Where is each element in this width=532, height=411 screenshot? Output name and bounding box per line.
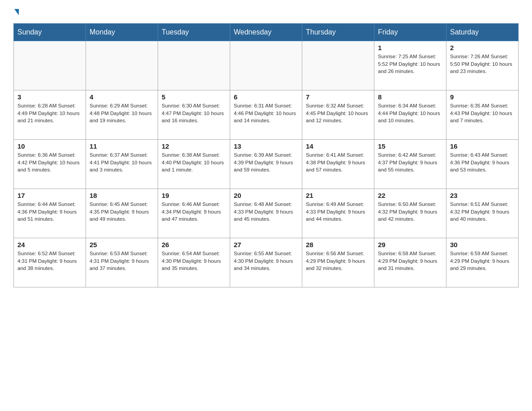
week-row-5: 24Sunrise: 6:52 AM Sunset: 4:31 PM Dayli…: [14, 238, 519, 287]
day-info: Sunrise: 6:50 AM Sunset: 4:32 PM Dayligh…: [378, 201, 442, 223]
calendar-cell: 16Sunrise: 6:43 AM Sunset: 4:36 PM Dayli…: [446, 140, 519, 189]
calendar-cell: 8Sunrise: 6:34 AM Sunset: 4:44 PM Daylig…: [374, 90, 446, 140]
calendar-cell: 5Sunrise: 6:30 AM Sunset: 4:47 PM Daylig…: [158, 90, 230, 140]
weekday-header-thursday: Thursday: [302, 24, 374, 41]
calendar-cell: [86, 41, 158, 90]
day-info: Sunrise: 6:29 AM Sunset: 4:48 PM Dayligh…: [90, 102, 154, 124]
day-number: 2: [450, 44, 515, 51]
day-number: 13: [234, 142, 298, 150]
calendar-cell: 3Sunrise: 6:28 AM Sunset: 4:49 PM Daylig…: [14, 90, 86, 140]
day-info: Sunrise: 6:35 AM Sunset: 4:43 PM Dayligh…: [450, 102, 515, 124]
day-info: Sunrise: 6:53 AM Sunset: 4:31 PM Dayligh…: [90, 250, 154, 272]
day-number: 24: [17, 241, 82, 248]
day-info: Sunrise: 6:48 AM Sunset: 4:33 PM Dayligh…: [234, 201, 298, 223]
calendar-cell: 25Sunrise: 6:53 AM Sunset: 4:31 PM Dayli…: [86, 238, 158, 287]
day-info: Sunrise: 6:38 AM Sunset: 4:40 PM Dayligh…: [162, 151, 226, 174]
calendar-cell: 2Sunrise: 7:26 AM Sunset: 5:50 PM Daylig…: [446, 41, 519, 90]
day-info: Sunrise: 6:32 AM Sunset: 4:45 PM Dayligh…: [306, 102, 370, 124]
day-info: Sunrise: 6:28 AM Sunset: 4:49 PM Dayligh…: [17, 102, 82, 124]
day-info: Sunrise: 6:43 AM Sunset: 4:36 PM Dayligh…: [450, 151, 515, 174]
day-number: 30: [450, 241, 515, 248]
day-number: 9: [450, 93, 515, 101]
day-info: Sunrise: 7:26 AM Sunset: 5:50 PM Dayligh…: [450, 53, 515, 75]
day-number: 27: [234, 241, 298, 248]
day-number: 16: [450, 142, 515, 150]
day-number: 10: [17, 142, 82, 150]
calendar-cell: 12Sunrise: 6:38 AM Sunset: 4:40 PM Dayli…: [158, 140, 230, 189]
week-row-1: 1Sunrise: 7:25 AM Sunset: 5:52 PM Daylig…: [14, 41, 519, 90]
calendar-cell: 30Sunrise: 6:59 AM Sunset: 4:29 PM Dayli…: [446, 238, 519, 287]
day-info: Sunrise: 6:39 AM Sunset: 4:39 PM Dayligh…: [234, 151, 298, 174]
calendar-cell: 19Sunrise: 6:46 AM Sunset: 4:34 PM Dayli…: [158, 189, 230, 238]
day-number: 7: [306, 93, 370, 101]
day-number: 1: [378, 44, 442, 51]
calendar-table: SundayMondayTuesdayWednesdayThursdayFrid…: [13, 23, 519, 287]
calendar-cell: 28Sunrise: 6:56 AM Sunset: 4:29 PM Dayli…: [302, 238, 374, 287]
calendar-cell: 11Sunrise: 6:37 AM Sunset: 4:41 PM Dayli…: [86, 140, 158, 189]
calendar-cell: 26Sunrise: 6:54 AM Sunset: 4:30 PM Dayli…: [158, 238, 230, 287]
calendar-cell: 1Sunrise: 7:25 AM Sunset: 5:52 PM Daylig…: [374, 41, 446, 90]
day-number: 6: [234, 93, 298, 101]
calendar-cell: 20Sunrise: 6:48 AM Sunset: 4:33 PM Dayli…: [230, 189, 302, 238]
calendar-cell: 21Sunrise: 6:49 AM Sunset: 4:33 PM Dayli…: [302, 189, 374, 238]
calendar-header: SundayMondayTuesdayWednesdayThursdayFrid…: [14, 24, 519, 41]
calendar-cell: 4Sunrise: 6:29 AM Sunset: 4:48 PM Daylig…: [86, 90, 158, 140]
day-info: Sunrise: 6:52 AM Sunset: 4:31 PM Dayligh…: [17, 250, 82, 272]
weekday-header-sunday: Sunday: [14, 24, 86, 41]
day-number: 21: [306, 192, 370, 199]
calendar-cell: 14Sunrise: 6:41 AM Sunset: 4:38 PM Dayli…: [302, 140, 374, 189]
calendar-cell: 29Sunrise: 6:58 AM Sunset: 4:29 PM Dayli…: [374, 238, 446, 287]
day-info: Sunrise: 6:30 AM Sunset: 4:47 PM Dayligh…: [162, 102, 226, 124]
calendar-cell: 6Sunrise: 6:31 AM Sunset: 4:46 PM Daylig…: [230, 90, 302, 140]
logo: [13, 9, 19, 15]
day-info: Sunrise: 6:59 AM Sunset: 4:29 PM Dayligh…: [450, 250, 515, 272]
day-number: 28: [306, 241, 370, 248]
day-info: Sunrise: 6:42 AM Sunset: 4:37 PM Dayligh…: [378, 151, 442, 174]
calendar-body: 1Sunrise: 7:25 AM Sunset: 5:52 PM Daylig…: [14, 41, 519, 287]
logo-triangle-icon: [14, 9, 19, 15]
weekday-header-saturday: Saturday: [446, 24, 519, 41]
day-info: Sunrise: 6:49 AM Sunset: 4:33 PM Dayligh…: [306, 201, 370, 223]
day-number: 4: [90, 93, 154, 101]
page-header: [13, 9, 519, 15]
day-number: 23: [450, 192, 515, 199]
calendar-cell: [14, 41, 86, 90]
weekday-header-row: SundayMondayTuesdayWednesdayThursdayFrid…: [14, 24, 519, 41]
calendar-cell: 27Sunrise: 6:55 AM Sunset: 4:30 PM Dayli…: [230, 238, 302, 287]
day-number: 12: [162, 142, 226, 150]
calendar-cell: 22Sunrise: 6:50 AM Sunset: 4:32 PM Dayli…: [374, 189, 446, 238]
day-number: 22: [378, 192, 442, 199]
calendar-cell: 17Sunrise: 6:44 AM Sunset: 4:36 PM Dayli…: [14, 189, 86, 238]
calendar-cell: [158, 41, 230, 90]
week-row-4: 17Sunrise: 6:44 AM Sunset: 4:36 PM Dayli…: [14, 189, 519, 238]
weekday-header-tuesday: Tuesday: [158, 24, 230, 41]
day-info: Sunrise: 6:44 AM Sunset: 4:36 PM Dayligh…: [17, 201, 82, 223]
calendar-cell: 7Sunrise: 6:32 AM Sunset: 4:45 PM Daylig…: [302, 90, 374, 140]
calendar-cell: 10Sunrise: 6:36 AM Sunset: 4:42 PM Dayli…: [14, 140, 86, 189]
day-number: 3: [17, 93, 82, 101]
day-info: Sunrise: 6:31 AM Sunset: 4:46 PM Dayligh…: [234, 102, 298, 124]
weekday-header-monday: Monday: [86, 24, 158, 41]
day-info: Sunrise: 6:36 AM Sunset: 4:42 PM Dayligh…: [17, 151, 82, 174]
calendar-cell: 13Sunrise: 6:39 AM Sunset: 4:39 PM Dayli…: [230, 140, 302, 189]
day-info: Sunrise: 6:51 AM Sunset: 4:32 PM Dayligh…: [450, 201, 515, 223]
day-number: 14: [306, 142, 370, 150]
day-number: 20: [234, 192, 298, 199]
day-info: Sunrise: 6:41 AM Sunset: 4:38 PM Dayligh…: [306, 151, 370, 174]
weekday-header-friday: Friday: [374, 24, 446, 41]
week-row-2: 3Sunrise: 6:28 AM Sunset: 4:49 PM Daylig…: [14, 90, 519, 140]
calendar-cell: 24Sunrise: 6:52 AM Sunset: 4:31 PM Dayli…: [14, 238, 86, 287]
day-info: Sunrise: 6:55 AM Sunset: 4:30 PM Dayligh…: [234, 250, 298, 272]
day-info: Sunrise: 6:34 AM Sunset: 4:44 PM Dayligh…: [378, 102, 442, 124]
day-number: 18: [90, 192, 154, 199]
calendar-cell: [230, 41, 302, 90]
day-number: 19: [162, 192, 226, 199]
calendar-cell: 15Sunrise: 6:42 AM Sunset: 4:37 PM Dayli…: [374, 140, 446, 189]
day-number: 15: [378, 142, 442, 150]
calendar-cell: 9Sunrise: 6:35 AM Sunset: 4:43 PM Daylig…: [446, 90, 519, 140]
calendar-cell: 23Sunrise: 6:51 AM Sunset: 4:32 PM Dayli…: [446, 189, 519, 238]
day-number: 25: [90, 241, 154, 248]
day-info: Sunrise: 6:46 AM Sunset: 4:34 PM Dayligh…: [162, 201, 226, 223]
day-number: 17: [17, 192, 82, 199]
day-number: 11: [90, 142, 154, 150]
